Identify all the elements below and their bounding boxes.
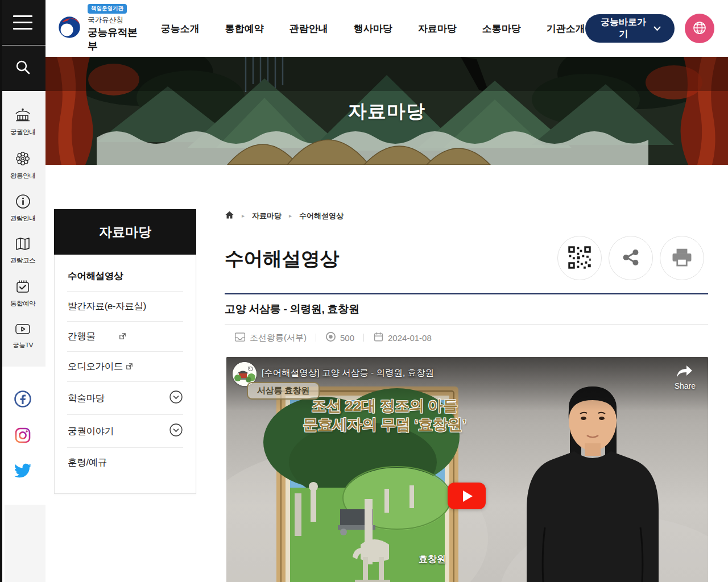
- nav-item-communication[interactable]: 소통마당: [482, 22, 521, 35]
- category-tray-icon: [234, 332, 246, 344]
- hero-title: 자료마당: [46, 99, 728, 124]
- video-caption-line2: 문효세자의 무덤 ‘효창원’: [271, 415, 498, 434]
- nav-item-visit-info[interactable]: 관람안내: [289, 22, 328, 35]
- submenu-item-directives[interactable]: 훈령/예규: [67, 448, 183, 477]
- rail-item-label: 왕릉안내: [10, 172, 35, 180]
- nav-item-palace-intro[interactable]: 궁능소개: [161, 22, 200, 35]
- breadcrumb-level1[interactable]: 자료마당: [252, 211, 282, 221]
- video-caption-line1: 조선 22대 정조의 아들: [271, 397, 498, 415]
- rail-item-visit-guide[interactable]: 관람안내: [0, 194, 46, 223]
- eye-views-icon: [325, 331, 336, 344]
- print-button[interactable]: [660, 236, 704, 280]
- video-share-button[interactable]: Share: [675, 364, 696, 390]
- post-meta: 조선왕릉(서부) 500 2024-01-08: [234, 331, 432, 344]
- video-share-label: Share: [675, 381, 696, 390]
- rail-bottom-panel: [5, 505, 46, 582]
- rail-item-reservation[interactable]: 통합예약: [0, 278, 46, 308]
- search-button[interactable]: [0, 45, 46, 90]
- rail-item-tv[interactable]: 궁능TV: [0, 322, 46, 350]
- expand-chevron-icon[interactable]: [169, 423, 183, 439]
- royal-tomb-flower-icon: [15, 151, 31, 169]
- quick-links-button[interactable]: 궁능바로가기: [585, 14, 675, 43]
- breadcrumb-level2[interactable]: 수어해설영상: [299, 211, 344, 221]
- logo-org-name: 국가유산청: [88, 15, 140, 25]
- logo-text: 책임운영기관 국가유산청 궁능유적본부: [88, 4, 140, 53]
- post-category: 조선왕릉(서부): [234, 332, 307, 344]
- language-globe-button[interactable]: [685, 14, 714, 43]
- map-icon: [15, 236, 31, 253]
- logo-badge: 책임운영기관: [88, 4, 127, 14]
- chevron-down-icon: [653, 23, 661, 34]
- submenu-item-label: 발간자료(e-자료실): [68, 300, 146, 313]
- external-link-icon: [119, 331, 126, 342]
- main-nav: 궁능소개 통합예약 관람안내 행사마당 자료마당 소통마당 기관소개: [161, 22, 585, 35]
- submenu-item-sign-language-videos[interactable]: 수어해설영상: [67, 261, 183, 292]
- breadcrumb-separator: ▸: [289, 213, 292, 219]
- printer-icon: [671, 247, 693, 269]
- submenu-item-palace-stories[interactable]: 궁궐이야기: [67, 415, 183, 448]
- rail-item-tour-course[interactable]: 관람코스: [0, 236, 46, 265]
- facebook-icon[interactable]: [14, 390, 32, 410]
- youtube-play-button[interactable]: [448, 483, 486, 509]
- nav-item-reservation[interactable]: 통합예약: [225, 22, 264, 35]
- post-views: 500: [325, 331, 354, 344]
- submenu-list: 수어해설영상 발간자료(e-자료실) 간행물 오디오가이드 학술마당: [54, 255, 196, 494]
- palace-icon: [15, 108, 31, 125]
- hero-banner: 자료마당: [46, 57, 728, 165]
- rail-item-label: 관람코스: [10, 256, 35, 265]
- home-icon[interactable]: [225, 210, 234, 221]
- external-link-icon: [126, 361, 133, 372]
- nav-item-about[interactable]: 기관소개: [547, 22, 585, 35]
- share-button[interactable]: [609, 236, 653, 280]
- instagram-icon[interactable]: [14, 426, 32, 447]
- youtube-player[interactable]: [수어해설영상] 고양 서삼릉 - 의령원, 효창원 서삼릉 효창원 Share…: [226, 357, 708, 582]
- breadcrumb-separator: ▸: [242, 213, 245, 219]
- calendar-check-icon: [15, 278, 31, 297]
- expand-chevron-icon[interactable]: [169, 390, 183, 406]
- video-caption: 조선 22대 정조의 아들 문효세자의 무덤 ‘효창원’: [271, 397, 498, 434]
- qr-code-button[interactable]: [557, 236, 602, 280]
- submenu-item-publications-e-library[interactable]: 발간자료(e-자료실): [67, 292, 183, 322]
- post-date: 2024-01-08: [373, 331, 432, 344]
- share-icon: [621, 247, 641, 269]
- play-tv-icon: [14, 322, 31, 338]
- meta-divider: [363, 334, 364, 342]
- submenu-title: 자료마당: [54, 209, 196, 255]
- rail-item-label: 관람안내: [10, 214, 35, 223]
- rail-quick-menu: 궁궐안내 왕릉안내 관람안내: [0, 91, 46, 367]
- submenu-item-periodicals[interactable]: 간행물: [67, 322, 183, 352]
- nav-item-events[interactable]: 행사마당: [354, 22, 392, 35]
- header: 책임운영기관 국가유산청 궁능유적본부 궁능소개 통합예약 관람안내 행사마당 …: [46, 0, 728, 57]
- rail-social-links: [0, 367, 46, 505]
- post-date-value: 2024-01-08: [388, 333, 432, 343]
- post-views-count: 500: [340, 333, 354, 343]
- page-action-buttons: [557, 236, 704, 280]
- title-divider: [225, 293, 708, 294]
- search-icon: [14, 59, 31, 78]
- twitter-icon[interactable]: [14, 462, 32, 481]
- submenu-item-academic[interactable]: 학술마당: [67, 382, 183, 415]
- globe-icon: [692, 20, 707, 37]
- nav-item-resources[interactable]: 자료마당: [418, 22, 457, 35]
- rail-item-palace-guide[interactable]: 궁궐안내: [0, 108, 46, 136]
- info-icon: [15, 194, 31, 211]
- submenu-item-label: 간행물: [68, 330, 96, 343]
- video-title[interactable]: [수어해설영상] 고양 서삼릉 - 의령원, 효창원: [262, 367, 640, 379]
- rail-item-royal-tomb-guide[interactable]: 왕릉안내: [0, 151, 46, 180]
- hamburger-menu-button[interactable]: [0, 0, 46, 45]
- meta-divider: [316, 334, 316, 342]
- site-logo[interactable]: 책임운영기관 국가유산청 궁능유적본부: [57, 4, 140, 53]
- submenu-item-label: 훈령/예규: [68, 456, 107, 469]
- submenu-item-audio-guide[interactable]: 오디오가이드: [67, 352, 183, 382]
- submenu-item-label: 수어해설영상: [68, 270, 123, 282]
- left-edge-strip: [0, 0, 2, 582]
- page: 궁궐안내 왕릉안내 관람안내: [0, 0, 728, 582]
- calendar-date-icon: [373, 331, 384, 344]
- rail-top: [0, 0, 46, 91]
- government-emblem-icon: [57, 15, 82, 42]
- submenu-item-label: 학술마당: [68, 392, 105, 405]
- submenu-item-label: 오디오가이드: [68, 360, 123, 373]
- left-rail: 궁궐안내 왕릉안내 관람안내: [0, 0, 46, 582]
- page-title: 수어해설영상: [225, 246, 339, 272]
- submenu-panel: 자료마당 수어해설영상 발간자료(e-자료실) 간행물 오디오가이드: [54, 209, 196, 494]
